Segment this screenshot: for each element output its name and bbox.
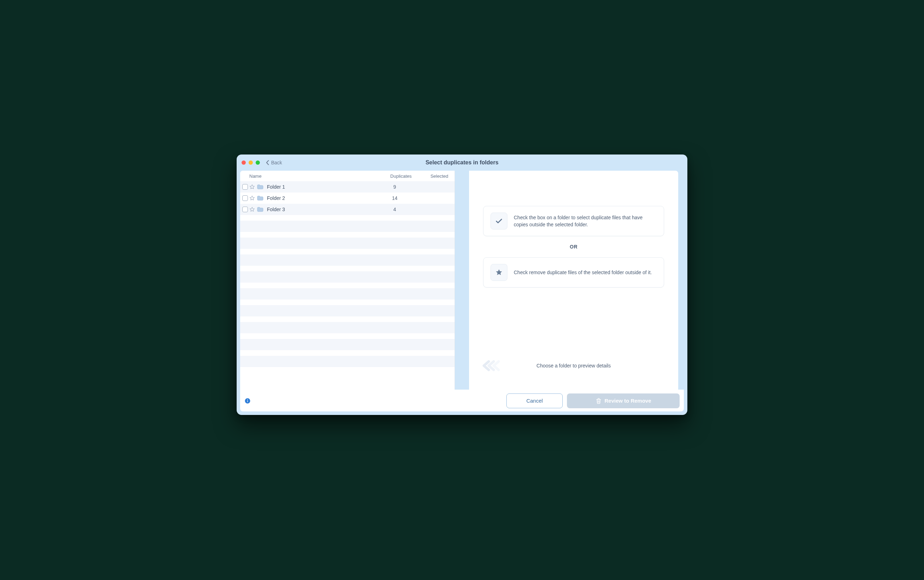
- list-placeholder: [240, 356, 455, 367]
- review-label: Review to Remove: [605, 398, 652, 404]
- list-placeholder: [240, 254, 455, 266]
- tip-check-text: Check the box on a folder to select dupl…: [514, 214, 657, 228]
- table-row[interactable]: Folder 1 9: [240, 181, 455, 193]
- folder-icon: [257, 196, 266, 201]
- list-placeholder: [240, 237, 455, 249]
- list-placeholder: [240, 288, 455, 300]
- chevrons-icon: [481, 360, 496, 371]
- header-name[interactable]: Name: [242, 173, 374, 179]
- list-spacer: [240, 232, 455, 237]
- chevron-left-icon: [266, 160, 270, 165]
- header-selected[interactable]: Selected: [416, 173, 455, 179]
- back-label: Back: [271, 160, 282, 165]
- footer: Cancel Review to Remove: [240, 390, 684, 412]
- page-title: Select duplicates in folders: [237, 160, 687, 166]
- list-spacer: [240, 283, 455, 288]
- table-row[interactable]: Folder 3 4: [240, 204, 455, 215]
- list-spacer: [240, 350, 455, 356]
- list-spacer: [240, 249, 455, 254]
- close-window-button[interactable]: [242, 160, 246, 165]
- list-spacer: [240, 333, 455, 339]
- cancel-button[interactable]: Cancel: [507, 394, 563, 408]
- trash-icon: [596, 398, 602, 404]
- tips-panel: Check the box on a folder to select dupl…: [469, 171, 678, 390]
- star-icon: [490, 264, 507, 281]
- list-placeholder: [240, 221, 455, 232]
- check-icon: [490, 213, 507, 229]
- row-checkbox[interactable]: [242, 207, 248, 212]
- folder-list-panel: Name Duplicates Selected: [240, 171, 455, 390]
- preview-placeholder: Choose a folder to preview details: [483, 359, 664, 373]
- duplicates-count: 14: [374, 195, 416, 201]
- duplicates-count: 9: [374, 184, 416, 190]
- info-icon[interactable]: [244, 398, 251, 404]
- row-checkbox[interactable]: [242, 184, 248, 190]
- column-headers: Name Duplicates Selected: [240, 171, 455, 181]
- folder-name: Folder 1: [266, 184, 374, 190]
- cancel-label: Cancel: [526, 398, 543, 404]
- folder-rows: Folder 1 9: [240, 181, 455, 390]
- row-checkbox[interactable]: [242, 195, 248, 201]
- review-to-remove-button[interactable]: Review to Remove: [567, 394, 680, 408]
- list-placeholder: [240, 322, 455, 333]
- back-button[interactable]: Back: [266, 160, 282, 165]
- list-spacer: [240, 300, 455, 305]
- table-row[interactable]: Folder 2 14: [240, 193, 455, 204]
- header-duplicates[interactable]: Duplicates: [374, 173, 416, 179]
- preview-message-text: Choose a folder to preview details: [537, 363, 611, 369]
- folder-name: Folder 2: [266, 195, 374, 201]
- titlebar: Back Select duplicates in folders: [237, 155, 687, 171]
- list-placeholder: [240, 305, 455, 316]
- app-window: Back Select duplicates in folders Name D…: [237, 155, 687, 415]
- list-spacer: [240, 266, 455, 271]
- svg-rect-1: [247, 400, 248, 402]
- folder-icon: [257, 185, 266, 189]
- star-icon[interactable]: [249, 184, 255, 190]
- folder-name: Folder 3: [266, 207, 374, 212]
- or-separator: OR: [483, 244, 664, 249]
- star-icon[interactable]: [249, 207, 255, 212]
- zoom-window-button[interactable]: [256, 160, 260, 165]
- minimize-window-button[interactable]: [249, 160, 253, 165]
- folder-icon: [257, 207, 266, 212]
- svg-point-2: [247, 399, 248, 400]
- duplicates-count: 4: [374, 207, 416, 212]
- list-spacer: [240, 316, 455, 322]
- list-spacer: [240, 215, 455, 221]
- tip-star-text: Check remove duplicate files of the sele…: [514, 269, 652, 276]
- traffic-lights: [242, 160, 260, 165]
- tip-star-card: Check remove duplicate files of the sele…: [483, 257, 664, 288]
- star-icon[interactable]: [249, 195, 255, 201]
- tip-check-card: Check the box on a folder to select dupl…: [483, 206, 664, 236]
- list-placeholder: [240, 339, 455, 350]
- list-placeholder: [240, 271, 455, 283]
